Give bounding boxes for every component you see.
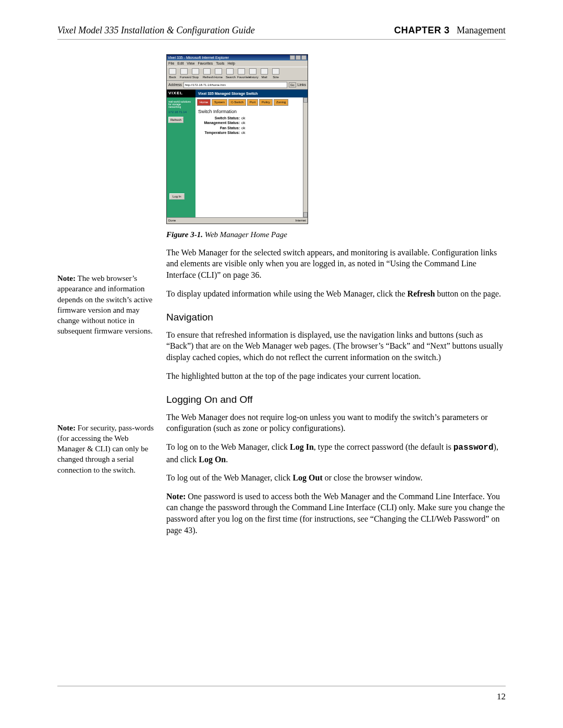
address-bar: Address Go Links [167,81,308,90]
tab-system[interactable]: System [212,99,227,105]
header-doc-title: Vixel Model 335 Installation & Configura… [57,25,255,36]
size-button[interactable]: Size [272,68,280,79]
paragraph: The highlighted button at the top of the… [166,371,506,382]
toolbar: Back Forward Stop Refresh Home Search Fa… [167,67,308,81]
brand-slogan: real-world solutions for storage network… [168,101,194,108]
menu-edit[interactable]: Edit [177,61,183,66]
status-row: Management Status:ok [195,120,308,125]
stop-icon [192,68,199,75]
figure-screenshot: Vixel 335 - Microsoft Internet Explorer … [166,54,506,224]
mail-button[interactable]: Mail [260,68,268,79]
home-button[interactable]: Home [214,68,223,79]
scrollbar[interactable] [303,97,308,217]
panel-title: Switch Information [195,107,308,116]
tab-policy[interactable]: Policy [259,99,273,105]
sidebar-refresh-button[interactable]: Refresh [168,117,183,123]
close-icon[interactable] [301,55,307,60]
tab-port[interactable]: Port [247,99,258,105]
chapter-label: CHAPTER 3 [394,25,450,35]
header-chapter: CHAPTER 3 Management [394,25,506,36]
menu-bar: File Edit View Favorites Tools Help [167,60,308,66]
browser-window: Vixel 335 - Microsoft Internet Explorer … [166,54,308,224]
menu-favorites[interactable]: Favorites [198,61,213,66]
maximize-icon[interactable] [296,55,301,60]
heading-logging: Logging On and Off [166,393,506,406]
paragraph: To ensure that refreshed information is … [166,329,506,363]
menu-file[interactable]: File [168,61,174,66]
history-button[interactable]: History [249,68,257,79]
search-icon [226,68,234,75]
window-title: Vixel 335 - Microsoft Internet Explorer [168,55,229,60]
address-input[interactable] [183,82,287,88]
status-bar: Done Internet [167,217,308,223]
sidebar: real-world solutions for storage network… [167,97,195,217]
figure-title: Web Manager Home Page [203,230,287,239]
paragraph: To display updated information while usi… [166,288,506,300]
brand-logo: VIXEL [167,90,195,97]
favorites-button[interactable]: Favorites [237,68,246,79]
menu-tools[interactable]: Tools [216,61,224,66]
sidenote-label: Note: [57,424,76,432]
scroll-down-icon[interactable] [303,212,308,217]
refresh-button[interactable]: Refresh [203,68,211,79]
status-row: Fan Status:ok [195,126,308,130]
back-icon [169,68,176,75]
nav-tabs: Home System C-Switch Port Policy Zoning [195,97,308,107]
window-titlebar: Vixel 335 - Microsoft Internet Explorer [167,55,308,60]
tab-zoning[interactable]: Zoning [274,99,288,105]
sidenote-security: Note: For security, pass-words (for acce… [57,423,154,475]
footer-rule [57,686,506,686]
paragraph-note: Note: One password is used to access bot… [166,491,506,536]
tab-cswitch[interactable]: C-Switch [228,99,246,105]
forward-button[interactable]: Forward [180,68,188,79]
mail-icon [261,68,268,75]
content-panel: Home System C-Switch Port Policy Zoning … [195,97,308,217]
tab-home[interactable]: Home [197,99,211,105]
paragraph: The Web Manager does not require log-on … [166,412,506,434]
login-button[interactable]: Log In [169,193,185,200]
figure-caption: Figure 3-1. Web Manager Home Page [166,229,506,240]
paragraph: To log on to the Web Manager, click Log … [166,441,506,465]
stop-button[interactable]: Stop [191,68,200,79]
address-label: Address [168,82,182,87]
menu-view[interactable]: View [187,61,194,66]
search-button[interactable]: Search [226,68,234,79]
chapter-title: Management [457,25,506,35]
status-left: Done [168,218,176,223]
go-button[interactable]: Go [289,82,296,88]
sidenote-browser: Note: The web browser’s appearance and i… [57,273,154,337]
paragraph: The Web Manager for the selected switch … [166,247,506,281]
menu-help[interactable]: Help [228,61,235,66]
status-right: Internet [296,218,306,223]
history-icon [249,68,256,75]
status-row: Temperature Status:ok [195,130,308,135]
paragraph: To log out of the Web Manager, click Log… [166,472,506,484]
favorites-icon [238,68,245,75]
figure-number: Figure 3-1. [166,230,203,239]
back-button[interactable]: Back [168,68,177,79]
product-banner: Vixel 335 Managed Storage Switch [195,90,308,97]
minimize-icon[interactable] [290,55,295,60]
size-icon [272,68,279,75]
sidenote-text: The web browser’s appearance and informa… [57,274,153,335]
heading-navigation: Navigation [166,311,506,324]
switch-ip: 172.18.71.14 [168,110,194,114]
sidenote-label: Note: [57,274,76,282]
page-number: 12 [497,692,506,702]
links-label[interactable]: Links [298,82,306,87]
status-row: Switch Status:ok [195,116,308,120]
forward-icon [180,68,188,75]
refresh-icon [203,68,211,75]
home-icon [215,68,222,75]
scroll-up-icon[interactable] [303,97,308,103]
page-header: Vixel Model 335 Installation & Configura… [57,25,506,40]
